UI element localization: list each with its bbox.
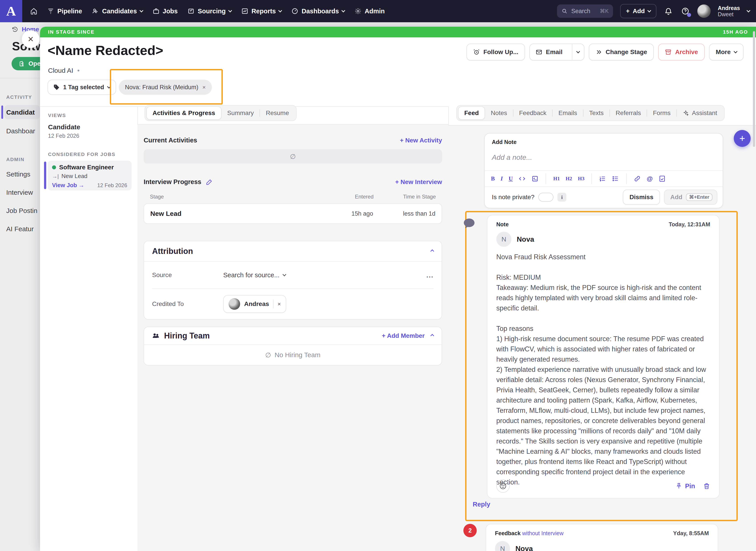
tab-summary[interactable]: Summary [221, 106, 260, 120]
sidebar-item-dashboards[interactable]: Dashboar [6, 127, 35, 135]
nav-sourcing[interactable]: Sourcing [187, 8, 231, 15]
tag-remove-icon[interactable]: × [202, 84, 206, 91]
nav-dashboards[interactable]: Dashboards [291, 8, 345, 15]
nav-reports[interactable]: Reports [241, 8, 282, 15]
sidebar-item-interviews[interactable]: Interview [6, 189, 33, 196]
notifications-button[interactable] [664, 6, 673, 16]
nav-pipeline[interactable]: Pipeline [47, 8, 82, 15]
nav-dashboards-label: Dashboards [302, 8, 339, 15]
emoji-reaction-button[interactable] [496, 479, 510, 493]
overflow-menu-icon[interactable]: ... [426, 271, 434, 279]
tab-resume[interactable]: Resume [260, 106, 295, 120]
nav-admin[interactable]: Admin [354, 8, 385, 15]
bold-button[interactable]: B [491, 175, 495, 182]
mention-button[interactable]: @ [647, 175, 653, 182]
ordered-list-button[interactable] [599, 175, 606, 182]
table-row[interactable]: New Lead 15h ago less than 1d [144, 203, 442, 224]
sidebar-item-settings[interactable]: Settings [6, 170, 30, 178]
email-button-main[interactable]: Email [530, 44, 568, 60]
interview-progress-title: Interview Progress [144, 178, 201, 185]
tag-chip[interactable]: Nova: Fraud Risk (Meidum) × [119, 80, 212, 95]
tab-feedback[interactable]: Feedback [513, 106, 552, 120]
pin-button[interactable]: Pin [675, 483, 695, 490]
remove-credited-icon[interactable]: × [277, 301, 281, 308]
h2-button[interactable]: H2 [566, 176, 572, 181]
dismiss-button[interactable]: Dismiss [623, 189, 660, 205]
archive-button[interactable]: Archive [658, 44, 705, 60]
user-avatar[interactable] [697, 4, 711, 18]
tab-notes[interactable]: Notes [485, 106, 513, 120]
add-note-shortcut: ⌘+Enter [686, 193, 712, 201]
floating-add-button[interactable]: + [734, 130, 751, 147]
chevron-down-icon [228, 9, 232, 12]
chevron-down-icon[interactable] [747, 9, 750, 12]
job-card[interactable]: Software Engineer →| New Lead View Job →… [48, 161, 132, 190]
underline-button[interactable]: U [509, 175, 513, 182]
nav-jobs[interactable]: Jobs [153, 8, 178, 15]
user-name[interactable]: Andreas Dweet [718, 5, 740, 17]
new-activity-button[interactable]: + New Activity [400, 137, 442, 144]
divider [591, 173, 592, 184]
tab-referrals[interactable]: Referrals [610, 106, 647, 120]
column-stage: Stage [150, 193, 320, 200]
code-icon [519, 175, 526, 182]
help-button[interactable] [680, 6, 690, 16]
trash-icon [703, 483, 710, 490]
feedback-author: Nova [515, 545, 533, 551]
nav-home[interactable] [30, 8, 37, 15]
email-dropdown[interactable] [572, 44, 584, 60]
attachment-button[interactable] [659, 175, 666, 182]
app-logo[interactable]: A [0, 0, 22, 22]
tab-emails[interactable]: Emails [553, 106, 583, 120]
reply-link[interactable]: Reply [473, 501, 490, 508]
ordered-list-icon [599, 175, 606, 182]
tag-selector[interactable]: 1 Tag selected [48, 80, 116, 95]
code-block-button[interactable] [531, 175, 539, 182]
bullet-list-button[interactable] [612, 175, 619, 182]
private-note-toggle[interactable] [538, 193, 553, 201]
nav-right: Search ⌘K + Add Andreas Dweet [557, 4, 756, 18]
add-member-button[interactable]: + Add Member [382, 332, 425, 339]
view-candidate-link[interactable]: Candidate [48, 123, 137, 131]
info-icon[interactable]: i [557, 193, 566, 201]
nav-candidates[interactable]: Candidates [92, 8, 143, 15]
h3-button[interactable]: H3 [578, 176, 584, 181]
row-entered-value: 15h ago [320, 210, 373, 217]
tab-activities-progress[interactable]: Activities & Progress [146, 106, 221, 120]
stage-arrow-icon: →| [52, 173, 59, 179]
scrollbar[interactable] [753, 31, 755, 147]
tab-assistant[interactable]: Assistant [677, 106, 723, 120]
tab-forms[interactable]: Forms [647, 106, 676, 120]
add-note-button[interactable]: Add ⌘+Enter [664, 189, 717, 205]
separator-dot: • [77, 67, 80, 74]
company-name[interactable]: Cloud AI [48, 67, 73, 74]
sidebar-item-job-postings[interactable]: Job Postin [6, 207, 37, 214]
tab-feed[interactable]: Feed [458, 106, 485, 120]
note-input[interactable]: Add a note... [485, 145, 723, 161]
close-button[interactable]: ✕ [22, 30, 40, 48]
source-select[interactable]: Search for source... [223, 271, 286, 279]
sidebar-item-candidates[interactable]: Candidat [6, 109, 35, 116]
archive-label: Archive [675, 48, 698, 56]
briefcase-icon [153, 8, 160, 15]
pencil-icon[interactable] [206, 179, 213, 185]
follow-up-button[interactable]: Follow Up... [466, 44, 525, 60]
search-input[interactable]: Search ⌘K [557, 4, 613, 18]
tab-texts[interactable]: Texts [583, 106, 609, 120]
view-job-link[interactable]: View Job → [52, 182, 84, 189]
collapse-icon[interactable] [430, 334, 434, 338]
collapse-icon[interactable] [430, 249, 434, 253]
new-interview-button[interactable]: + New Interview [395, 178, 442, 185]
link-button[interactable] [634, 175, 641, 182]
credited-user-pill[interactable]: Andreas × [223, 295, 286, 313]
credited-user-name: Andreas [244, 301, 269, 308]
code-button[interactable] [519, 175, 526, 182]
italic-button[interactable]: I [501, 175, 503, 182]
more-button[interactable]: More [709, 44, 744, 60]
feedback-card[interactable]: Feedback without Interview Yday, 8:55AM … [486, 524, 718, 551]
add-button[interactable]: + Add [620, 4, 656, 18]
sidebar-item-ai-features[interactable]: AI Featur [6, 225, 34, 233]
delete-note-button[interactable] [703, 483, 710, 490]
h1-button[interactable]: H1 [553, 176, 560, 181]
change-stage-button[interactable]: Change Stage [589, 44, 654, 60]
